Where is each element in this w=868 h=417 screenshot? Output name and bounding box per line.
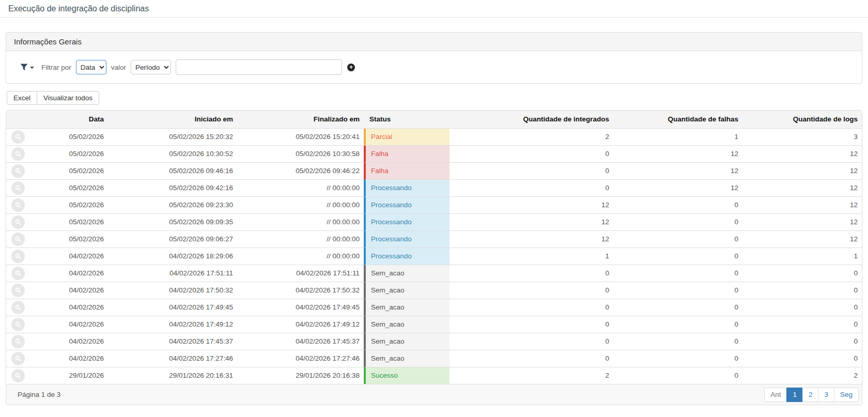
cell-qtd-integrados: 0	[450, 180, 613, 197]
pagination-page-link-2[interactable]: 2	[802, 388, 819, 402]
add-filter-button[interactable]: +	[347, 64, 355, 71]
cell-finalizado-em: // 00:00:00	[237, 214, 364, 231]
cell-data: 05/02/2026	[37, 180, 108, 197]
results-panel: Data Iniciado em Finalizado em Status Qu…	[6, 110, 862, 405]
cell-data: 29/01/2026	[37, 367, 108, 384]
table-row: 04/02/202604/02/2026 17:50:3204/02/2026 …	[6, 282, 862, 299]
view-details-button[interactable]	[11, 198, 25, 212]
cell-qtd-falhas: 0	[613, 197, 742, 214]
cell-data: 05/02/2026	[37, 163, 108, 180]
row-actions-cell	[6, 299, 37, 316]
column-header-finalizado-em[interactable]: Finalizado em	[237, 111, 364, 129]
view-details-button[interactable]	[11, 147, 25, 161]
titlebar: Execução de integração de disciplinas	[0, 0, 868, 18]
info-panel-heading: Informações Gerais	[6, 33, 862, 51]
view-details-button[interactable]	[11, 352, 25, 365]
cell-qtd-logs: 12	[742, 231, 862, 248]
row-actions-cell	[6, 129, 37, 146]
cell-iniciado-em: 05/02/2026 09:09:35	[108, 214, 237, 231]
table-row: 04/02/202604/02/2026 17:45:3704/02/2026 …	[6, 333, 862, 350]
info-panel-title: Informações Gerais	[14, 37, 82, 46]
row-actions-cell	[6, 180, 37, 197]
cell-data: 04/02/2026	[37, 265, 108, 282]
magnifier-icon	[14, 287, 22, 294]
cell-qtd-falhas: 0	[613, 316, 742, 333]
cell-qtd-integrados: 2	[450, 367, 613, 384]
column-header-qtd-logs[interactable]: Quantidade de logs	[742, 111, 862, 129]
column-header-iniciado-em[interactable]: Iniciado em	[108, 111, 237, 129]
magnifier-icon	[14, 236, 22, 243]
cell-qtd-logs: 0	[742, 299, 862, 316]
view-details-button[interactable]	[11, 130, 25, 144]
cell-qtd-integrados: 1	[450, 248, 613, 265]
pagination-prev-link[interactable]: Ant	[764, 388, 787, 402]
cell-qtd-logs: 2	[742, 367, 862, 384]
filter-dropdown-trigger[interactable]	[20, 64, 34, 71]
magnifier-icon	[14, 184, 22, 192]
cell-iniciado-em: 05/02/2026 09:23:30	[108, 197, 237, 214]
table-row: 05/02/202605/02/2026 10:30:5205/02/2026 …	[6, 146, 862, 163]
caret-down-icon	[30, 67, 34, 69]
table-row: 05/02/202605/02/2026 09:42:16// 00:00:00…	[6, 180, 862, 197]
table-row: 05/02/202605/02/2026 09:09:35// 00:00:00…	[6, 214, 862, 231]
cell-qtd-falhas: 0	[613, 214, 742, 231]
view-details-button[interactable]	[11, 369, 25, 382]
cell-finalizado-em: 04/02/2026 17:45:37	[237, 333, 364, 350]
cell-qtd-integrados: 0	[450, 316, 613, 333]
cell-finalizado-em: 04/02/2026 17:27:46	[237, 350, 364, 367]
cell-iniciado-em: 04/02/2026 18:29:06	[108, 248, 237, 265]
status-badge: Falha	[364, 163, 450, 180]
pagination-item-1: 1	[787, 388, 803, 402]
cell-qtd-falhas: 0	[613, 248, 742, 265]
column-header-qtd-integrados[interactable]: Quantidade de integrados	[450, 111, 613, 129]
cell-qtd-integrados: 0	[450, 282, 613, 299]
view-details-button[interactable]	[11, 164, 25, 178]
column-header-qtd-falhas[interactable]: Quantidade de falhas	[613, 111, 742, 129]
view-details-button[interactable]	[11, 318, 25, 331]
view-details-button[interactable]	[11, 181, 25, 195]
view-details-button[interactable]	[11, 267, 25, 280]
column-header-data[interactable]: Data	[37, 111, 108, 129]
cell-qtd-integrados: 12	[450, 214, 613, 231]
cell-finalizado-em: 29/01/2026 20:16:38	[237, 367, 364, 384]
view-details-button[interactable]	[11, 233, 25, 246]
cell-qtd-logs: 12	[742, 197, 862, 214]
view-details-button[interactable]	[11, 284, 25, 297]
pagination-page-link-3[interactable]: 3	[818, 388, 834, 402]
view-all-button[interactable]: Visualizar todos	[37, 91, 99, 105]
magnifier-icon	[14, 270, 22, 277]
cell-qtd-integrados: 0	[450, 146, 613, 163]
pagination-item-2: 2	[803, 388, 819, 402]
cell-finalizado-em: 05/02/2026 10:30:58	[237, 146, 364, 163]
excel-button[interactable]: Excel	[7, 91, 37, 105]
pagination-next-link[interactable]: Seg	[834, 388, 859, 402]
cell-qtd-falhas: 12	[613, 146, 742, 163]
status-badge: Processando	[364, 214, 450, 231]
pagination-page-link-1[interactable]: 1	[786, 388, 803, 402]
cell-iniciado-em: 05/02/2026 09:46:16	[108, 163, 237, 180]
cell-data: 04/02/2026	[37, 316, 108, 333]
table-row: 04/02/202604/02/2026 17:49:1204/02/2026 …	[6, 316, 862, 333]
table-row: 04/02/202604/02/2026 18:29:06// 00:00:00…	[6, 248, 862, 265]
view-details-button[interactable]	[11, 215, 25, 229]
cell-data: 05/02/2026	[37, 214, 108, 231]
status-badge: Sem_acao	[364, 282, 450, 299]
view-details-button[interactable]	[11, 335, 25, 348]
cell-iniciado-em: 05/02/2026 10:30:52	[108, 146, 237, 163]
status-badge: Sem_acao	[364, 265, 450, 282]
cell-data: 04/02/2026	[37, 282, 108, 299]
filter-field-select[interactable]: Data	[76, 60, 106, 74]
row-actions-cell	[6, 367, 37, 384]
column-header-status[interactable]: Status	[364, 111, 450, 129]
filter-operator-select[interactable]: Período	[131, 60, 171, 74]
cell-qtd-falhas: 12	[613, 163, 742, 180]
table-row: 04/02/202604/02/2026 17:27:4604/02/2026 …	[6, 350, 862, 367]
cell-finalizado-em: // 00:00:00	[237, 180, 364, 197]
view-details-button[interactable]	[11, 301, 25, 314]
row-actions-cell	[6, 146, 37, 163]
filter-value-input[interactable]	[176, 59, 342, 75]
cell-qtd-integrados: 12	[450, 197, 613, 214]
cell-data: 04/02/2026	[37, 248, 108, 265]
view-details-button[interactable]	[11, 250, 25, 263]
cell-iniciado-em: 04/02/2026 17:49:12	[108, 316, 237, 333]
